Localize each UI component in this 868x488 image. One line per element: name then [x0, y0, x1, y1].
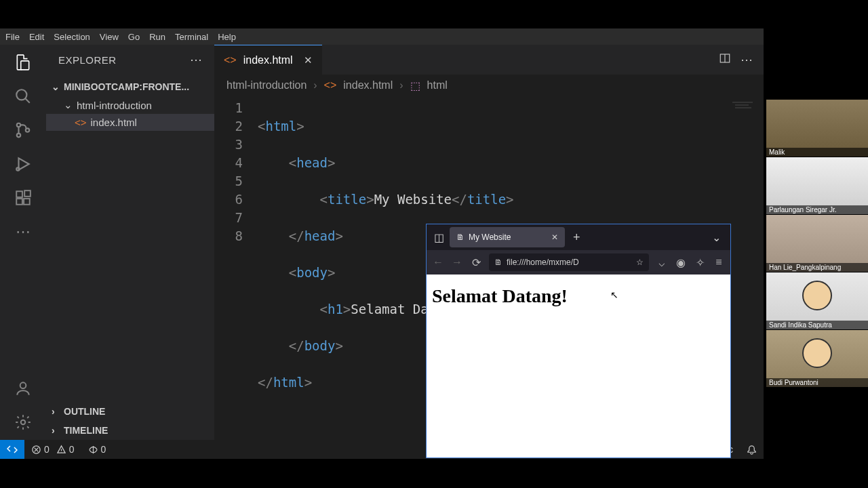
outline-section[interactable]: ›OUTLINE — [46, 402, 214, 421]
problems-button[interactable]: 0 0 — [24, 444, 81, 455]
html-file-icon: <> — [324, 79, 337, 92]
line-numbers: 12345678 — [214, 99, 258, 440]
tab-dropdown-icon[interactable]: ⌄ — [708, 231, 725, 244]
url-text: file:///home/mxme/D — [507, 258, 632, 267]
sidebar-title: EXPLORER — [58, 54, 117, 66]
minimap[interactable] — [732, 100, 760, 110]
browser-content: Selamat Datang! — [427, 274, 730, 458]
settings-icon[interactable] — [14, 413, 33, 432]
url-bar[interactable]: 🗎 file:///home/mxme/D ☆ — [489, 253, 649, 271]
chevron-right-icon: › — [399, 79, 403, 92]
pocket-icon[interactable]: ⌵ — [656, 256, 668, 269]
menu-go[interactable]: Go — [128, 32, 140, 42]
chevron-right-icon: › — [313, 79, 317, 92]
tab-label: index.html — [243, 54, 293, 66]
mouse-cursor: ↖ — [610, 289, 618, 300]
browser-toolbar: ← → ⟳ 🗎 file:///home/mxme/D ☆ ⌵ ◉ ✧ ≡ — [427, 250, 730, 274]
browser-tabbar: ◫ 🗎 My Website ✕ + ⌄ — [427, 224, 730, 250]
breadcrumb-folder[interactable]: html-introduction — [226, 79, 307, 92]
symbol-icon: ⬚ — [410, 79, 420, 92]
sidebar-toggle-icon[interactable]: ◫ — [432, 231, 446, 244]
source-control-icon[interactable] — [14, 121, 33, 140]
shield-icon[interactable]: ◉ — [675, 256, 687, 269]
svg-rect-13 — [735, 104, 749, 106]
menu-edit[interactable]: Edit — [29, 32, 44, 42]
participant[interactable]: Han Lie_Pangkalpinang — [766, 215, 868, 272]
page-heading: Selamat Datang! — [432, 285, 725, 307]
menu-view[interactable]: View — [100, 32, 119, 42]
breadcrumb-symbol[interactable]: html — [427, 79, 448, 92]
sidebar-header: EXPLORER ⋯ — [46, 45, 214, 75]
bookmark-icon[interactable]: ☆ — [636, 258, 644, 267]
tabbar: <> index.html ✕ ⋯ — [214, 45, 764, 75]
menu-run[interactable]: Run — [149, 32, 165, 42]
html-file-icon: <> — [224, 54, 237, 66]
svg-rect-12 — [732, 102, 753, 103]
more-icon[interactable]: ⋯ — [14, 222, 33, 241]
svg-point-9 — [20, 382, 26, 388]
menu-file[interactable]: File — [5, 32, 20, 42]
split-editor-icon[interactable] — [719, 52, 731, 67]
tabbar-actions: ⋯ — [719, 45, 764, 75]
avatar — [802, 281, 832, 310]
chevron-down-icon: ⌄ — [52, 81, 61, 92]
accounts-icon[interactable] — [14, 379, 33, 398]
forward-button[interactable]: → — [451, 256, 463, 268]
extensions-icon[interactable]: ✧ — [694, 256, 706, 269]
svg-rect-14 — [735, 107, 751, 108]
workspace-name[interactable]: ⌄ MINIBOOTCAMP:FRONTE... — [46, 77, 214, 96]
browser-window: ◫ 🗎 My Website ✕ + ⌄ ← → ⟳ 🗎 file:///hom… — [426, 224, 731, 458]
avatar — [802, 338, 832, 368]
close-icon[interactable]: ✕ — [304, 54, 313, 66]
search-icon[interactable] — [14, 87, 33, 106]
sidebar-tree: ⌄ MINIBOOTCAMP:FRONTE... ⌄ html-introduc… — [46, 75, 214, 134]
breadcrumb[interactable]: html-introduction › <> index.html › ⬚ ht… — [214, 75, 764, 96]
browser-tab[interactable]: 🗎 My Website ✕ — [450, 227, 565, 247]
timeline-section[interactable]: ›TIMELINE — [46, 421, 214, 440]
tree-file[interactable]: <> index.html — [46, 114, 214, 131]
extensions-icon[interactable] — [14, 188, 33, 207]
chevron-right-icon: › — [52, 425, 61, 436]
svg-rect-7 — [24, 199, 30, 205]
participant[interactable]: Malik — [766, 100, 868, 157]
svg-point-0 — [16, 89, 26, 100]
explorer-icon[interactable] — [14, 53, 33, 72]
chevron-right-icon: › — [52, 406, 61, 417]
menu-icon[interactable]: ≡ — [713, 256, 725, 268]
participant[interactable]: Sandi Indika Saputra — [766, 272, 868, 330]
svg-rect-5 — [16, 191, 22, 197]
sidebar-more-icon[interactable]: ⋯ — [190, 52, 203, 67]
more-icon[interactable]: ⋯ — [741, 52, 753, 67]
new-tab-button[interactable]: + — [569, 230, 585, 245]
notifications-icon[interactable] — [740, 445, 764, 455]
svg-rect-8 — [24, 190, 31, 197]
svg-point-10 — [21, 420, 26, 425]
reload-button[interactable]: ⟳ — [470, 256, 482, 269]
tab-favicon: 🗎 — [456, 232, 465, 242]
participant[interactable]: Budi Purwantoni — [766, 330, 868, 388]
editor-tab[interactable]: <> index.html ✕ — [214, 45, 322, 75]
svg-point-1 — [17, 123, 20, 127]
back-button[interactable]: ← — [432, 256, 444, 268]
remote-button[interactable] — [0, 440, 24, 459]
activity-bar: ⋯ — [0, 45, 46, 440]
sidebar: EXPLORER ⋯ ⌄ MINIBOOTCAMP:FRONTE... ⌄ ht… — [46, 45, 214, 440]
svg-point-3 — [26, 128, 29, 131]
participant[interactable]: Parlaungan Siregar Jr. — [766, 157, 868, 215]
menubar: File Edit Selection View Go Run Terminal… — [0, 28, 764, 45]
svg-point-2 — [17, 134, 20, 137]
run-debug-icon[interactable] — [14, 155, 33, 174]
svg-rect-6 — [16, 199, 22, 205]
tree-folder[interactable]: ⌄ html-introduction — [46, 96, 214, 114]
html-file-icon: <> — [75, 117, 87, 128]
menu-help[interactable]: Help — [218, 32, 236, 42]
close-icon[interactable]: ✕ — [551, 232, 558, 242]
menu-terminal[interactable]: Terminal — [175, 32, 208, 42]
ports-button[interactable]: 0 — [81, 444, 113, 455]
chevron-down-icon: ⌄ — [64, 99, 73, 111]
video-call-panel: Malik Parlaungan Siregar Jr. Han Lie_Pan… — [766, 100, 868, 388]
file-icon: 🗎 — [494, 258, 502, 267]
tab-title: My Website — [469, 232, 511, 242]
menu-selection[interactable]: Selection — [54, 32, 90, 42]
breadcrumb-file[interactable]: index.html — [343, 79, 393, 92]
